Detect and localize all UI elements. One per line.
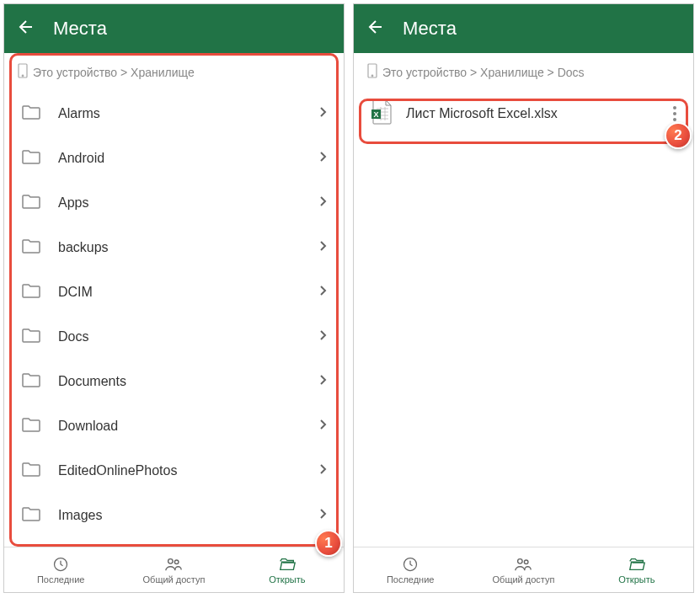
svg-point-4 bbox=[175, 559, 179, 563]
device-icon bbox=[367, 63, 377, 81]
folder-item[interactable]: Images bbox=[4, 493, 344, 537]
folder-icon bbox=[21, 104, 41, 124]
folder-icon bbox=[21, 416, 41, 436]
chevron-right-icon bbox=[319, 329, 327, 344]
folder-icon bbox=[21, 193, 41, 213]
folder-name: Alarms bbox=[58, 106, 302, 121]
svg-point-3 bbox=[168, 558, 174, 563]
header-title: Места bbox=[403, 18, 457, 40]
more-vertical-icon[interactable] bbox=[673, 106, 676, 121]
folder-name: backups bbox=[58, 240, 302, 255]
folder-name: Images bbox=[58, 508, 302, 523]
folder-open-icon bbox=[278, 556, 297, 573]
folder-name: EditedOnlinePhotos bbox=[58, 463, 302, 478]
nav-open[interactable]: Открыть bbox=[580, 547, 693, 592]
phone-right: Места 2 Это устройство > Хранилище > Doc… bbox=[353, 3, 694, 593]
folder-name: Docs bbox=[58, 329, 302, 344]
svg-point-1 bbox=[22, 75, 24, 77]
annotation-badge-2: 2 bbox=[665, 122, 692, 149]
back-icon[interactable] bbox=[16, 17, 36, 40]
folder-name: Documents bbox=[58, 374, 302, 389]
annotation-badge-1: 1 bbox=[315, 530, 342, 557]
nav-label: Общий доступ bbox=[493, 574, 555, 585]
breadcrumb-text: Это устройство > Хранилище bbox=[33, 66, 195, 79]
chevron-right-icon bbox=[319, 106, 327, 121]
svg-text:X: X bbox=[373, 110, 378, 119]
folder-name: DCIM bbox=[58, 285, 302, 300]
nav-label: Последние bbox=[387, 574, 435, 585]
device-icon bbox=[18, 63, 28, 81]
bottom-nav: Последние Общий доступ Открыть bbox=[4, 547, 344, 592]
folder-icon bbox=[21, 505, 41, 526]
clock-icon bbox=[402, 556, 419, 573]
chevron-right-icon bbox=[319, 240, 327, 255]
folder-name: Download bbox=[58, 419, 302, 434]
app-header: Места bbox=[354, 4, 693, 53]
back-icon[interactable] bbox=[366, 17, 386, 40]
folder-item[interactable]: EditedOnlinePhotos bbox=[4, 448, 344, 493]
folder-item[interactable]: Android bbox=[4, 136, 344, 180]
breadcrumb-text: Это устройство > Хранилище > Docs bbox=[382, 66, 585, 79]
svg-point-17 bbox=[525, 559, 529, 563]
chevron-right-icon bbox=[319, 463, 327, 478]
chevron-right-icon bbox=[319, 419, 327, 434]
folder-icon bbox=[21, 148, 41, 168]
folder-name: Apps bbox=[58, 195, 302, 211]
folder-list: Alarms Android Apps backups DCIM bbox=[4, 91, 344, 537]
clock-icon bbox=[52, 556, 69, 573]
nav-recent[interactable]: Последние bbox=[4, 547, 117, 592]
chevron-right-icon bbox=[319, 195, 327, 211]
folder-item[interactable]: Apps bbox=[4, 180, 344, 225]
nav-label: Последние bbox=[37, 574, 85, 585]
nav-shared[interactable]: Общий доступ bbox=[467, 547, 580, 592]
people-icon bbox=[514, 556, 532, 573]
file-item[interactable]: X Лист Microsoft Excel.xlsx bbox=[354, 91, 693, 136]
folder-item[interactable]: Download bbox=[4, 403, 344, 448]
file-list-container: X Лист Microsoft Excel.xlsx bbox=[354, 91, 693, 547]
phone-left: Места 1 Это устройство > Хранилище Alarm… bbox=[3, 3, 345, 593]
folder-icon bbox=[21, 238, 41, 258]
nav-label: Открыть bbox=[618, 574, 655, 585]
chevron-right-icon bbox=[319, 508, 327, 523]
header-title: Места bbox=[53, 18, 107, 40]
folder-icon bbox=[21, 282, 41, 302]
people-icon bbox=[164, 556, 183, 573]
nav-recent[interactable]: Последние bbox=[354, 547, 467, 592]
svg-point-6 bbox=[371, 75, 373, 77]
folder-icon bbox=[21, 461, 41, 481]
file-name: Лист Microsoft Excel.xlsx bbox=[406, 106, 660, 121]
breadcrumb[interactable]: Это устройство > Хранилище > Docs bbox=[354, 53, 693, 91]
folder-item[interactable]: Docs bbox=[4, 314, 344, 359]
folder-item[interactable]: Alarms bbox=[4, 91, 344, 136]
folder-item[interactable]: DCIM bbox=[4, 270, 344, 314]
nav-shared[interactable]: Общий доступ bbox=[117, 547, 230, 592]
folder-icon bbox=[21, 371, 41, 392]
folder-open-icon bbox=[628, 556, 646, 573]
folder-name: Android bbox=[58, 151, 302, 166]
svg-point-16 bbox=[518, 558, 523, 563]
app-header: Места bbox=[4, 4, 344, 53]
folder-item[interactable]: backups bbox=[4, 225, 344, 270]
folder-icon bbox=[21, 327, 41, 347]
breadcrumb[interactable]: Это устройство > Хранилище bbox=[4, 53, 344, 91]
chevron-right-icon bbox=[319, 151, 327, 166]
folder-list-container: Alarms Android Apps backups DCIM bbox=[4, 91, 344, 547]
chevron-right-icon bbox=[319, 374, 327, 389]
folder-item[interactable]: Documents bbox=[4, 359, 344, 403]
chevron-right-icon bbox=[319, 285, 327, 300]
bottom-nav: Последние Общий доступ Открыть bbox=[354, 547, 693, 592]
excel-file-icon: X bbox=[371, 99, 393, 128]
nav-label: Открыть bbox=[269, 574, 305, 585]
nav-label: Общий доступ bbox=[143, 574, 206, 585]
